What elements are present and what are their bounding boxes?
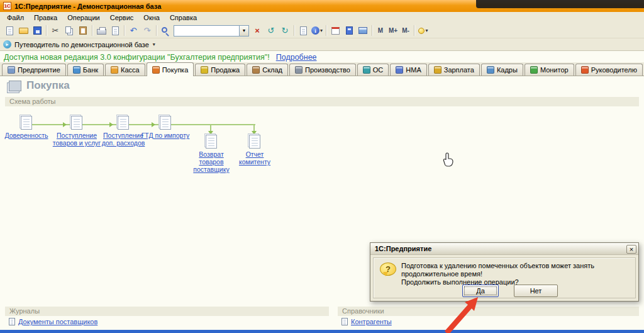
flow-node: Доверенность: [1, 116, 52, 139]
tab-label: Зарплата: [444, 66, 474, 74]
yes-button[interactable]: Да: [462, 285, 499, 297]
copy-icon: [65, 26, 71, 33]
menu-edit[interactable]: Правка: [29, 13, 62, 23]
no-button[interactable]: Нет: [514, 285, 558, 297]
table-button[interactable]: [356, 25, 370, 37]
question-icon: ?: [380, 262, 396, 276]
memory-button[interactable]: М: [374, 25, 387, 37]
forward-button[interactable]: ↻: [278, 25, 292, 37]
flow-link-postuplenie-tovarov[interactable]: Поступление товаров и услуг: [52, 132, 102, 147]
journals-section-header: Журналы: [5, 307, 329, 316]
calendar-button[interactable]: [328, 25, 342, 37]
tab-label: Покупка: [162, 66, 189, 74]
tab-label: Касса: [121, 66, 140, 74]
guide-button[interactable]: Путеводитель по демонстрационной базе: [14, 41, 149, 48]
toolbar-separator: [414, 25, 414, 36]
journal-icon: [9, 318, 15, 325]
tab-nma[interactable]: НМА: [390, 64, 426, 76]
redo-button[interactable]: ↷: [140, 25, 154, 37]
info-icon: i: [311, 26, 319, 35]
calculator-button[interactable]: [342, 25, 356, 37]
document-icon[interactable]: [21, 116, 32, 130]
tab-kassa[interactable]: Касса: [105, 64, 145, 76]
preview-button[interactable]: [108, 25, 122, 37]
print-button[interactable]: [94, 25, 108, 37]
contractors-link[interactable]: Контрагенты: [351, 318, 392, 325]
tab-prodazha[interactable]: Продажа: [195, 64, 245, 76]
flow-link-vozvrat-tovarov[interactable]: Возврат товаров поставщику: [186, 150, 236, 173]
dialog-title: 1С:Предприятие: [375, 245, 431, 252]
document-icon[interactable]: [249, 135, 260, 149]
memory-minus-button[interactable]: М-: [399, 25, 412, 37]
open-folder-icon: [19, 28, 28, 34]
monitor-icon: [530, 66, 538, 74]
chevron-down-icon: ▾: [320, 28, 323, 33]
tab-monitor[interactable]: Монитор: [525, 64, 574, 76]
dialog-close-button[interactable]: ×: [626, 245, 636, 254]
tab-os[interactable]: ОС: [357, 64, 389, 76]
update-banner: Доступна новая редакция 3.0 конфигурации…: [0, 52, 644, 62]
tab-kadry[interactable]: Кадры: [481, 64, 523, 76]
view-button[interactable]: [296, 25, 310, 37]
menu-help[interactable]: Справка: [165, 13, 202, 23]
chevron-down-icon: ▾: [243, 28, 245, 33]
menu-service[interactable]: Сервис: [105, 13, 139, 23]
suppliers-documents-link[interactable]: Документы поставщиков: [18, 318, 97, 325]
app-window: 1С 1С:Предприятие - Демонстрационная баз…: [0, 0, 644, 333]
flow-link-doverennost[interactable]: Доверенность: [4, 132, 48, 139]
printer-icon: [97, 29, 106, 35]
tab-predpriyatie[interactable]: Предприятие: [2, 64, 66, 76]
new-document-icon: [6, 26, 13, 35]
back-button[interactable]: ↺: [264, 25, 278, 37]
document-view-icon: [300, 26, 307, 35]
tab-pokupka[interactable]: Покупка: [147, 62, 194, 76]
lightbulb-icon: [418, 28, 425, 34]
memory-plus-button[interactable]: М+: [387, 25, 399, 37]
toolbar-combobox[interactable]: ▾: [174, 25, 249, 37]
tab-zarplata[interactable]: Зарплата: [428, 64, 480, 76]
tab-proizvodstvo[interactable]: Производство: [289, 64, 356, 76]
flow-link-otchet-komitentu[interactable]: Отчет комитенту: [230, 150, 280, 166]
combobox-input[interactable]: [174, 25, 239, 37]
tab-sklad[interactable]: Склад: [247, 64, 288, 76]
document-icon[interactable]: [71, 116, 82, 130]
info-button[interactable]: i▾: [310, 25, 324, 37]
clear-button[interactable]: ×: [250, 25, 264, 37]
tab-label: Банк: [83, 66, 98, 74]
bank-icon: [73, 66, 80, 74]
manager-warning-icon: [581, 66, 589, 74]
enterprise-icon: [8, 66, 15, 74]
document-icon[interactable]: [118, 116, 129, 130]
details-link[interactable]: Подробнее: [276, 53, 317, 62]
save-button[interactable]: [30, 25, 44, 37]
find-button[interactable]: [158, 25, 172, 37]
open-button[interactable]: [16, 25, 30, 37]
journals-title: Журналы: [9, 307, 40, 315]
toolbar-separator: [372, 25, 372, 36]
dialog-message: Подготовка к удалению помеченных объекто…: [401, 262, 632, 286]
references-section-header: Справочники: [338, 307, 639, 316]
undo-button[interactable]: ↶: [126, 25, 140, 37]
new-button[interactable]: [3, 25, 16, 37]
references-title: Справочники: [342, 307, 384, 315]
toolbar-separator: [124, 25, 125, 36]
flow-node: Отчет комитенту: [230, 135, 280, 166]
combobox-dropdown-button[interactable]: ▾: [239, 25, 249, 37]
menu-windows[interactable]: Окна: [138, 13, 165, 23]
dialog-titlebar[interactable]: 1С:Предприятие: [370, 243, 638, 255]
paste-button[interactable]: [76, 25, 90, 37]
rotate-back-icon: ↺: [268, 26, 275, 35]
document-icon[interactable]: [206, 135, 217, 149]
flow-link-gtd-import[interactable]: ГТД по импорту: [142, 132, 190, 139]
menu-operations[interactable]: Операции: [62, 13, 104, 23]
tab-rukovoditelyu[interactable]: Руководителю: [575, 64, 643, 76]
tab-label: Производство: [305, 66, 350, 74]
tab-label: Монитор: [540, 66, 569, 74]
tab-bank[interactable]: Банк: [67, 64, 104, 76]
toolbar-separator: [92, 25, 92, 36]
menu-file[interactable]: Файл: [2, 13, 29, 23]
copy-button[interactable]: [62, 25, 76, 37]
cut-button[interactable]: ✂: [48, 25, 62, 37]
document-icon[interactable]: [160, 116, 171, 130]
tip-button[interactable]: ▾: [416, 25, 430, 37]
